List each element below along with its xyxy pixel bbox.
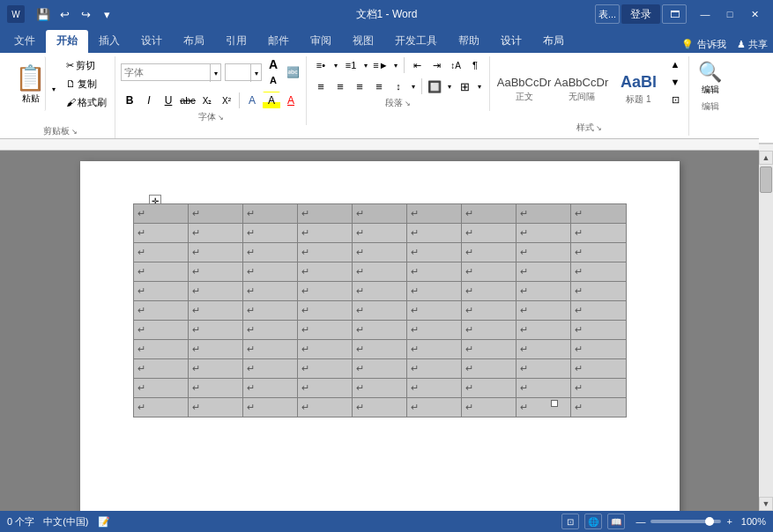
tab-view[interactable]: 视图	[342, 30, 384, 53]
table-cell[interactable]: ↵	[407, 224, 462, 243]
table-cell[interactable]: ↵	[297, 398, 352, 417]
table-cell[interactable]: ↵	[133, 379, 188, 398]
paste-button[interactable]: 📋 粘贴	[11, 56, 46, 111]
table-cell[interactable]: ↵	[242, 340, 297, 359]
table-cell[interactable]: ↵	[188, 204, 242, 224]
zoom-plus-button[interactable]: +	[726, 516, 732, 527]
table-cell[interactable]: ↵	[462, 379, 517, 398]
table-cell[interactable]: ↵	[352, 301, 406, 321]
styles-up-button[interactable]: ▲	[667, 56, 683, 72]
styles-expand-icon[interactable]: ↘	[596, 124, 602, 132]
font-size-input[interactable]	[226, 64, 250, 80]
font-size-select[interactable]: ▾	[225, 63, 262, 81]
vertical-scrollbar[interactable]: ▲ ▼	[759, 151, 773, 511]
table-cell[interactable]: ↵	[242, 243, 297, 262]
find-button[interactable]: 🔍 编辑	[695, 56, 725, 100]
table-cell[interactable]: ↵	[297, 340, 352, 359]
clipboard-expand-icon[interactable]: ↘	[71, 128, 78, 136]
table-cell[interactable]: ↵	[297, 379, 352, 398]
text-effects-button[interactable]: A	[243, 92, 261, 109]
table-cell[interactable]: ↵	[242, 282, 297, 301]
table-cell[interactable]: ↵	[571, 321, 626, 340]
table-cell[interactable]: ↵	[133, 321, 188, 340]
table-cell[interactable]: ↵	[188, 262, 242, 282]
style-nospace-button[interactable]: AaBbCcDr 无间隔	[553, 67, 610, 111]
table-cell[interactable]: ↵	[517, 224, 571, 243]
pin-button[interactable]: 🗖	[662, 4, 687, 24]
table-cell[interactable]: ↵	[462, 262, 517, 282]
table-cell[interactable]: ↵	[242, 262, 297, 282]
table-cell[interactable]: ↵	[352, 204, 406, 224]
table-cell[interactable]: ↵	[133, 359, 188, 379]
table-cell[interactable]: ↵	[517, 321, 571, 340]
align-center-button[interactable]: ≡	[331, 78, 349, 95]
print-layout-button[interactable]: ⊡	[561, 514, 579, 529]
table-cell[interactable]: ↵	[462, 359, 517, 379]
tell-me-button[interactable]: 💡 告诉我	[676, 36, 732, 53]
zoom-percent[interactable]: 100%	[741, 516, 766, 527]
table-cell[interactable]: ↵	[571, 379, 626, 398]
web-layout-button[interactable]: 🌐	[584, 514, 602, 529]
bullets-button[interactable]: ≡•	[312, 56, 330, 74]
table-cell[interactable]: ↵	[517, 301, 571, 321]
table-cell[interactable]: ↵	[462, 398, 517, 417]
line-spacing-dropdown[interactable]: ▾	[409, 78, 418, 94]
superscript-button[interactable]: X²	[218, 92, 235, 109]
table-cell[interactable]: ↵	[407, 398, 462, 417]
table-cell[interactable]: ↵	[462, 224, 517, 243]
style-normal-button[interactable]: AaBbCcDr 正文	[495, 67, 553, 111]
underline-button[interactable]: U	[160, 92, 177, 109]
scroll-up-button[interactable]: ▲	[759, 151, 773, 165]
table-cell[interactable]: ↵	[571, 204, 626, 224]
table-cell[interactable]: ↵	[352, 262, 406, 282]
borders-dropdown[interactable]: ▾	[475, 78, 484, 94]
numbering-button[interactable]: ≡1	[342, 56, 360, 74]
styles-more-button[interactable]: ⊡	[667, 92, 683, 107]
decrease-indent-button[interactable]: ⇤	[408, 56, 426, 74]
table-cell[interactable]: ↵	[352, 359, 406, 379]
table-cell[interactable]: ↵	[517, 204, 571, 224]
font-color-button[interactable]: A	[282, 92, 300, 109]
table-cell[interactable]: ↵	[571, 243, 626, 262]
table-cell[interactable]: ↵	[571, 398, 626, 417]
table-cell[interactable]: ↵	[571, 340, 626, 359]
table-cell[interactable]: ↵	[133, 262, 188, 282]
table-cell[interactable]: ↵	[242, 301, 297, 321]
zoom-minus-button[interactable]: —	[635, 516, 645, 527]
font-expand-icon[interactable]: ↘	[218, 114, 224, 122]
table-cell[interactable]: ↵	[352, 243, 406, 262]
paragraph-expand-icon[interactable]: ↘	[405, 100, 411, 107]
table-cell[interactable]: ↵	[133, 282, 188, 301]
table-cell[interactable]: ↵	[517, 359, 571, 379]
italic-button[interactable]: I	[140, 92, 158, 109]
table-cell[interactable]: ↵	[407, 262, 462, 282]
table-cell[interactable]: ↵	[297, 243, 352, 262]
language-indicator[interactable]: 中文(中国)	[43, 515, 88, 528]
table-cell[interactable]: ↵	[517, 340, 571, 359]
table-cell[interactable]: ↵	[571, 224, 626, 243]
table-cell[interactable]: ↵	[462, 243, 517, 262]
table-cell[interactable]: ↵	[188, 243, 242, 262]
table-cell[interactable]: ↵	[407, 243, 462, 262]
table-cell[interactable]: ↵	[517, 262, 571, 282]
text-highlight-button[interactable]: A	[263, 92, 280, 109]
table-cell[interactable]: ↵	[352, 321, 406, 340]
font-grow-button[interactable]: A	[265, 56, 281, 72]
font-name-input[interactable]	[122, 64, 210, 80]
table-cell[interactable]: ↵	[462, 301, 517, 321]
table-cell[interactable]: ↵	[571, 359, 626, 379]
undo-button[interactable]: ↩	[55, 4, 74, 24]
table-cell[interactable]: ↵	[352, 340, 406, 359]
table-cell[interactable]: ↵	[517, 282, 571, 301]
format-painter-button[interactable]: 🖌 格式刷	[63, 93, 109, 111]
table-cell[interactable]: ↵	[188, 398, 242, 417]
close-button[interactable]: ✕	[743, 4, 766, 24]
table-cell[interactable]: ↵	[352, 224, 406, 243]
tab-references[interactable]: 引用	[215, 30, 257, 53]
table-cell[interactable]: ↵	[133, 243, 188, 262]
bold-button[interactable]: B	[121, 92, 138, 109]
font-size-dropdown[interactable]: ▾	[250, 64, 261, 82]
tab-table-layout[interactable]: 布局	[532, 30, 575, 53]
table-cell[interactable]: ↵	[462, 204, 517, 224]
zoom-thumb[interactable]	[705, 517, 714, 526]
